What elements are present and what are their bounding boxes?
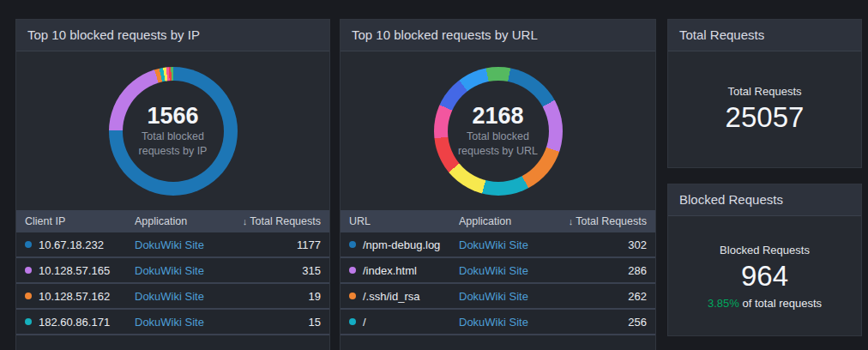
url-path: / — [363, 316, 366, 329]
application-link[interactable]: DokuWiki Site — [459, 264, 528, 277]
series-dot-icon — [25, 241, 32, 248]
donut-subtitle: requests by IP — [139, 144, 208, 159]
table-row: / DokuWiki Site 256 — [341, 310, 655, 335]
table-row: 10.67.18.232 DokuWiki Site 1177 — [16, 232, 329, 258]
request-count: 262 — [554, 290, 647, 303]
percent-value: 3.85% — [708, 297, 739, 310]
col-header-total-requests[interactable]: ↓Total Requests — [228, 215, 321, 227]
sort-desc-icon: ↓ — [569, 216, 574, 226]
series-dot-icon — [349, 318, 356, 325]
donut-total-value: 1566 — [147, 103, 198, 130]
metric-value: 964 — [741, 259, 788, 293]
metric-percent-line: 3.85% of total requests — [708, 297, 822, 310]
request-count: 286 — [554, 264, 647, 277]
client-ip: 10.67.18.232 — [39, 238, 104, 251]
table-header-url: URL Application ↓Total Requests — [341, 210, 655, 232]
series-dot-icon — [349, 267, 356, 274]
table-row: 182.60.86.171 DokuWiki Site 15 — [16, 310, 329, 335]
metric-blocked-requests: Blocked Requests 964 3.85% of total requ… — [668, 216, 861, 336]
table-row: /npm-debug.log DokuWiki Site 302 — [341, 232, 655, 258]
metric-value: 25057 — [726, 100, 805, 135]
panel-blocked-by-url: Top 10 blocked requests by URL 2168 Tota… — [340, 19, 656, 350]
panel-total-requests: Total Requests Total Requests 25057 — [667, 19, 862, 168]
donut-chart-ip[interactable]: 1566 Total blocked requests by IP — [109, 67, 238, 196]
application-link[interactable]: DokuWiki Site — [135, 238, 204, 251]
application-link[interactable]: DokuWiki Site — [459, 238, 528, 251]
donut-chart-url[interactable]: 2168 Total blocked requests by URL — [434, 67, 563, 196]
request-count: 1177 — [228, 238, 321, 251]
client-ip: 10.128.57.165 — [39, 264, 110, 277]
url-path: /.ssh/id_rsa — [363, 290, 419, 303]
donut-center-ip: 1566 Total blocked requests by IP — [109, 67, 238, 196]
table-row-partial — [16, 335, 329, 350]
donut-subtitle: Total blocked — [142, 130, 204, 144]
donut-viz-ip: 1566 Total blocked requests by IP — [16, 51, 329, 210]
col-header-total-requests-label: Total Requests — [250, 215, 321, 227]
application-link[interactable]: DokuWiki Site — [135, 264, 204, 277]
table-row: 10.128.57.162 DokuWiki Site 19 — [16, 284, 329, 310]
request-count: 15 — [228, 316, 321, 329]
series-dot-icon — [349, 293, 356, 299]
url-path: /npm-debug.log — [363, 238, 440, 251]
panel-title-blocked-by-ip: Top 10 blocked requests by IP — [16, 20, 329, 51]
client-ip: 10.128.57.162 — [39, 290, 110, 303]
application-link[interactable]: DokuWiki Site — [135, 316, 204, 329]
panel-title-blocked-by-url: Top 10 blocked requests by URL — [341, 20, 655, 51]
series-dot-icon — [25, 318, 32, 325]
url-path: /index.html — [363, 264, 417, 277]
series-dot-icon — [25, 267, 32, 274]
table-row-partial — [341, 335, 655, 350]
sort-desc-icon: ↓ — [243, 216, 248, 226]
donut-total-value: 2168 — [472, 103, 523, 130]
panel-title-total-requests: Total Requests — [668, 20, 861, 51]
series-dot-icon — [349, 241, 356, 248]
table-row: /.ssh/id_rsa DokuWiki Site 262 — [341, 284, 655, 310]
table-row: 10.128.57.165 DokuWiki Site 315 — [16, 258, 329, 284]
table-row: /index.html DokuWiki Site 286 — [341, 258, 655, 284]
request-count: 302 — [554, 238, 647, 251]
application-link[interactable]: DokuWiki Site — [135, 290, 204, 303]
client-ip: 182.60.86.171 — [39, 316, 110, 329]
series-dot-icon — [25, 293, 32, 299]
donut-center-url: 2168 Total blocked requests by URL — [434, 67, 563, 196]
col-header-url[interactable]: URL — [349, 215, 459, 227]
panel-blocked-requests: Blocked Requests Blocked Requests 964 3.… — [667, 184, 862, 336]
table-header-ip: Client IP Application ↓Total Requests — [16, 210, 329, 232]
panel-title-blocked-requests: Blocked Requests — [668, 184, 861, 216]
donut-viz-url: 2168 Total blocked requests by URL — [341, 51, 655, 210]
col-header-total-requests[interactable]: ↓Total Requests — [554, 215, 647, 227]
application-link[interactable]: DokuWiki Site — [459, 290, 528, 303]
metric-total-requests: Total Requests 25057 — [668, 51, 861, 168]
col-header-application[interactable]: Application — [459, 215, 554, 227]
request-count: 256 — [554, 316, 647, 329]
col-header-total-requests-label: Total Requests — [576, 215, 647, 227]
request-count: 315 — [228, 264, 321, 277]
col-header-client-ip[interactable]: Client IP — [25, 215, 135, 227]
donut-subtitle: Total blocked — [467, 130, 529, 144]
col-header-application[interactable]: Application — [135, 215, 228, 227]
percent-suffix: of total requests — [743, 297, 823, 310]
metric-label: Blocked Requests — [720, 244, 810, 256]
application-link[interactable]: DokuWiki Site — [459, 316, 528, 329]
request-count: 19 — [228, 290, 321, 303]
donut-subtitle: requests by URL — [458, 144, 538, 159]
metric-label: Total Requests — [728, 85, 802, 98]
panel-blocked-by-ip: Top 10 blocked requests by IP 1566 Total… — [15, 19, 330, 350]
